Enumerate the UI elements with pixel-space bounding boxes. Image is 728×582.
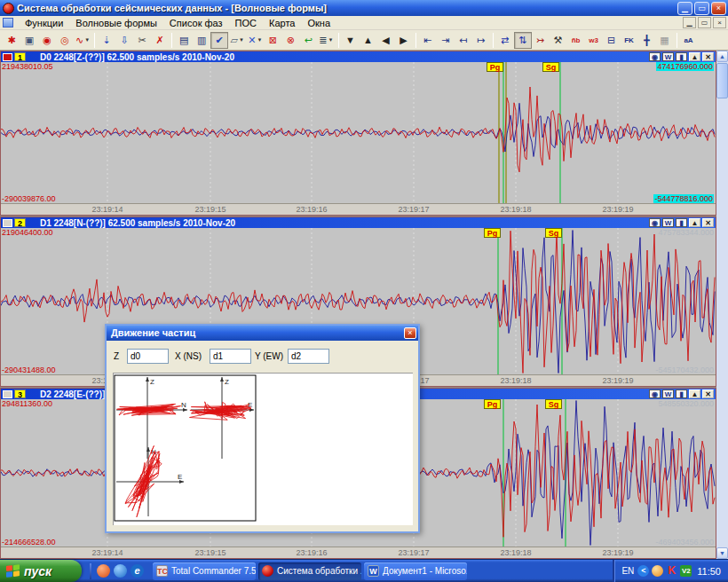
expand-left-button[interactable]: ⇤ (419, 32, 437, 49)
hammer-tool-button[interactable]: ⚒ (550, 32, 567, 49)
child-minimize-button[interactable]: ▁ (683, 17, 696, 28)
menu-item-5[interactable]: Карта (263, 17, 301, 29)
delete-pick-button[interactable]: ✗ (151, 32, 169, 49)
panel-select-button[interactable] (3, 53, 12, 61)
internet-explorer-icon[interactable]: e (131, 564, 144, 578)
dropdown-arrow-icon[interactable]: ▼ (257, 37, 262, 43)
panel-bar-button[interactable]: ▮ (676, 52, 687, 61)
taskbar-task-3[interactable]: WДокумент1 - Microso... (364, 562, 467, 580)
wideband-filter-button[interactable]: w3 (585, 32, 603, 49)
phase-marker-pg[interactable]: Pg (484, 399, 501, 409)
fk-analysis-button[interactable]: FK (621, 32, 638, 49)
panel-w-button[interactable]: W (662, 52, 674, 61)
move-right-button[interactable]: ▶ (395, 32, 413, 49)
minimize-button[interactable]: ▁ (677, 2, 692, 15)
response-curve-button[interactable]: ∿▼ (74, 32, 91, 49)
panel-collapse-button[interactable]: ▲ (689, 389, 700, 398)
language-indicator[interactable]: EN (621, 566, 634, 576)
save-database-button[interactable]: ▤ (175, 32, 193, 49)
panel-w-button[interactable]: W (662, 218, 674, 227)
restore-button[interactable]: ▭ (694, 2, 709, 15)
sort-traces-button[interactable]: ≣▼ (317, 32, 335, 49)
agent-tray-icon[interactable] (652, 565, 663, 577)
panel-w-button[interactable]: W (662, 389, 674, 398)
kaspersky-tray-icon[interactable]: K (666, 565, 677, 577)
new-marker-button[interactable]: ✱ (3, 32, 20, 49)
menu-item-4[interactable]: ПОС (229, 17, 263, 29)
shift-right-button[interactable]: ↦ (472, 32, 490, 49)
phase-marker-sg[interactable]: Sg (545, 228, 562, 238)
video-tray-icon[interactable]: V2 (680, 565, 692, 577)
fit-vertical-button[interactable]: ⇅ (514, 32, 532, 49)
scroll-up-button[interactable]: ▲ (716, 51, 728, 62)
compress-view-button[interactable]: ╋ (638, 32, 656, 49)
window-properties-button[interactable]: ▣ (20, 32, 38, 49)
amplitude-scale-button[interactable]: аA (680, 32, 698, 49)
menu-item-3[interactable]: Список фаз (163, 17, 229, 29)
panel-bar-button[interactable]: ▮ (676, 218, 687, 227)
x-trace-input[interactable] (210, 349, 251, 364)
vertical-scrollbar[interactable]: ▲ ▼ (716, 51, 728, 559)
messenger-tray-icon[interactable]: < (637, 565, 649, 577)
dropdown-arrow-icon[interactable]: ▼ (239, 37, 244, 43)
cut-trace-button[interactable]: ✂ (133, 32, 151, 49)
phase-marker-pg[interactable]: Pg (484, 228, 501, 238)
y-trace-input[interactable] (288, 349, 329, 364)
dialog-close-button[interactable]: × (404, 327, 416, 339)
align-marker-button[interactable]: ↣ (532, 32, 550, 49)
menu-item-2[interactable]: Волновые формы (69, 17, 163, 29)
polygon-select-button[interactable]: ▱▼ (228, 32, 246, 49)
dropdown-arrow-icon[interactable]: ▼ (84, 37, 90, 43)
pick-phase-button[interactable]: ⇣ (98, 32, 115, 49)
panel-circle-button[interactable]: ◉ (649, 52, 661, 61)
menu-item-1[interactable]: Функции (19, 17, 69, 29)
close-button[interactable]: × (711, 2, 726, 15)
pick-phase-alt-button[interactable]: ⇩ (115, 32, 133, 49)
delete-window-button[interactable]: ⊠ (264, 32, 281, 49)
waveform-plot[interactable]: 219438010.05 474176960.000 -290039876.00… (1, 62, 716, 203)
panel-header[interactable]: 1 D0 2248[Z-(??)] 62.500 samples/s 2010-… (1, 51, 716, 62)
dropdown-arrow-icon[interactable]: ▼ (328, 37, 334, 43)
messenger-icon[interactable] (114, 564, 127, 578)
shift-left-button[interactable]: ↤ (455, 32, 472, 49)
taskbar-task-2[interactable]: Система обработки ... (258, 562, 361, 580)
mdi-child-icon[interactable] (3, 18, 13, 28)
panel-collapse-button[interactable]: ▲ (689, 218, 700, 227)
taskbar-task-1[interactable]: TCTotal Commander 7.5... (153, 562, 256, 580)
narrowband-filter-button[interactable]: ñb (567, 32, 585, 49)
panel-bar-button[interactable]: ▮ (676, 389, 687, 398)
dialog-title-bar[interactable]: Движение частиц (107, 326, 418, 341)
move-left-button[interactable]: ◀ (377, 32, 395, 49)
phase-marker-pg[interactable]: Pg (487, 62, 503, 72)
media-player-icon[interactable] (97, 564, 110, 578)
panel-close-button[interactable]: ✕ (702, 389, 714, 398)
child-restore-button[interactable]: ▭ (698, 17, 711, 28)
apply-picks-button[interactable]: ✔ (210, 32, 228, 49)
undo-button[interactable]: ↩ (299, 32, 317, 49)
scroll-down-button[interactable]: ▼ (716, 547, 728, 559)
record-button[interactable]: ◉ (38, 32, 56, 49)
menu-item-6[interactable]: Окна (301, 17, 336, 29)
delete-all-button[interactable]: ⊗ (281, 32, 299, 49)
panel-circle-button[interactable]: ◉ (649, 389, 661, 398)
panel-header[interactable]: 2 D1 2248[N-(??)] 62.500 samples/s 2010-… (1, 217, 716, 228)
phase-marker-sg[interactable]: Sg (545, 399, 562, 409)
panel-select-button[interactable] (3, 390, 12, 398)
tile-windows-button[interactable]: ⊟ (603, 32, 621, 49)
panel-close-button[interactable]: ✕ (702, 52, 714, 61)
panel-select-button[interactable] (3, 219, 12, 227)
z-trace-input[interactable] (127, 349, 169, 364)
save-file-button[interactable]: ▥ (193, 32, 210, 49)
panel-close-button[interactable]: ✕ (702, 218, 714, 227)
panel-circle-button[interactable]: ◉ (649, 218, 661, 227)
phase-marker-sg[interactable]: Sg (542, 62, 559, 72)
start-button[interactable]: пуск (0, 560, 82, 582)
move-up-button[interactable]: ▲ (360, 32, 377, 49)
panel-collapse-button[interactable]: ▲ (689, 52, 700, 61)
target-button[interactable]: ◎ (56, 32, 74, 49)
reject-trace-button[interactable]: ✕▼ (246, 32, 264, 49)
scroll-thumb[interactable] (716, 63, 728, 98)
expand-right-button[interactable]: ⇥ (437, 32, 455, 49)
child-close-button[interactable]: × (713, 17, 726, 28)
fit-horizontal-button[interactable]: ⇄ (496, 32, 514, 49)
